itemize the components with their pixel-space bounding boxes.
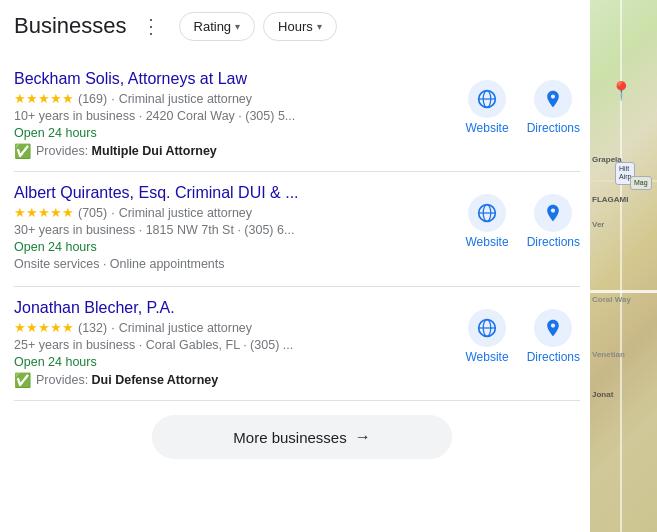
directions-button[interactable]: Directions [527, 80, 580, 135]
website-button[interactable]: Website [466, 194, 509, 249]
hours-filter-button[interactable]: Hours ▾ [263, 12, 337, 41]
business-info: Albert Quirantes, Esq. Criminal DUI & ..… [14, 184, 466, 274]
directions-icon [534, 80, 572, 118]
main-content: Businesses ⋮ Rating ▾ Hours ▾ Beckham So… [0, 0, 590, 532]
directions-label: Directions [527, 235, 580, 249]
page-title: Businesses [14, 13, 127, 39]
directions-label: Directions [527, 121, 580, 135]
map-building-marker-2: Mag [630, 176, 652, 190]
star-rating: ★★★★★ [14, 205, 74, 220]
directions-button[interactable]: Directions [527, 309, 580, 364]
checkmark-badge-icon: ✅ [14, 372, 31, 388]
business-actions: Website Directions [466, 309, 581, 364]
header: Businesses ⋮ Rating ▾ Hours ▾ [14, 10, 590, 42]
business-category: Criminal justice attorney [119, 206, 252, 220]
more-businesses-label: More businesses [233, 429, 346, 446]
map-image: Grapela FLAGAMI Ver Coral Way Venetian J… [590, 0, 657, 532]
map-label-coral-way: Coral Way [592, 295, 631, 304]
website-label: Website [466, 350, 509, 364]
badge-row: ✅ Provides: Dui Defense Attorney [14, 372, 466, 388]
business-info: Beckham Solis, Attorneys at Law ★★★★★ (1… [14, 70, 466, 159]
business-card: Jonathan Blecher, P.A. ★★★★★ (132) · Cri… [14, 287, 580, 401]
action-pair: Website Directions [466, 194, 581, 249]
business-card: Albert Quirantes, Esq. Criminal DUI & ..… [14, 172, 580, 287]
chevron-down-icon: ▾ [317, 21, 322, 32]
chevron-down-icon: ▾ [235, 21, 240, 32]
business-name[interactable]: Albert Quirantes, Esq. Criminal DUI & ..… [14, 184, 466, 202]
badge-text: Provides: Multiple Dui Attorney [36, 144, 217, 158]
review-count: (169) [78, 92, 107, 106]
business-category: Criminal justice attorney [119, 321, 252, 335]
review-count: (705) [78, 206, 107, 220]
map-label-flagami: FLAGAMI [592, 195, 628, 204]
directions-icon [534, 194, 572, 232]
website-label: Website [466, 121, 509, 135]
map-label-jonat: Jonat [592, 390, 613, 399]
badge-row: ✅ Provides: Multiple Dui Attorney [14, 143, 466, 159]
directions-icon [534, 309, 572, 347]
onsite-row: Onsite services · Online appointments [14, 257, 466, 271]
map-label-venetian: Venetian [592, 350, 625, 359]
star-rating: ★★★★★ [14, 91, 74, 106]
more-options-icon[interactable]: ⋮ [137, 10, 165, 42]
directions-button[interactable]: Directions [527, 194, 580, 249]
rating-row: ★★★★★ (705) · Criminal justice attorney [14, 205, 466, 220]
arrow-right-icon: → [355, 428, 371, 446]
website-icon [468, 309, 506, 347]
address-row: 30+ years in business · 1815 NW 7th St ·… [14, 223, 466, 237]
star-rating: ★★★★★ [14, 320, 74, 335]
business-card: Beckham Solis, Attorneys at Law ★★★★★ (1… [14, 58, 580, 172]
map-pin-icon: 📍 [610, 80, 632, 102]
action-pair: Website Directions [466, 80, 581, 135]
map-label-ver: Ver [592, 220, 604, 229]
more-businesses-button[interactable]: More businesses → [152, 415, 452, 459]
hours-row: Open 24 hours [14, 126, 466, 140]
directions-label: Directions [527, 350, 580, 364]
business-name[interactable]: Jonathan Blecher, P.A. [14, 299, 466, 317]
business-info: Jonathan Blecher, P.A. ★★★★★ (132) · Cri… [14, 299, 466, 388]
action-pair: Website Directions [466, 309, 581, 364]
hours-row: Open 24 hours [14, 240, 466, 254]
business-name[interactable]: Beckham Solis, Attorneys at Law [14, 70, 466, 88]
review-count: (132) [78, 321, 107, 335]
website-label: Website [466, 235, 509, 249]
filter-buttons: Rating ▾ Hours ▾ [179, 12, 337, 41]
rating-row: ★★★★★ (169) · Criminal justice attorney [14, 91, 466, 106]
checkmark-badge-icon: ✅ [14, 143, 31, 159]
business-category: Criminal justice attorney [119, 92, 252, 106]
map-panel: Grapela FLAGAMI Ver Coral Way Venetian J… [590, 0, 657, 532]
address-row: 10+ years in business · 2420 Coral Way ·… [14, 109, 466, 123]
rating-filter-button[interactable]: Rating ▾ [179, 12, 256, 41]
website-icon [468, 194, 506, 232]
website-button[interactable]: Website [466, 80, 509, 135]
website-button[interactable]: Website [466, 309, 509, 364]
business-actions: Website Directions [466, 80, 581, 135]
badge-text: Provides: Dui Defense Attorney [36, 373, 218, 387]
website-icon [468, 80, 506, 118]
address-row: 25+ years in business · Coral Gables, FL… [14, 338, 466, 352]
hours-row: Open 24 hours [14, 355, 466, 369]
business-actions: Website Directions [466, 194, 581, 249]
rating-row: ★★★★★ (132) · Criminal justice attorney [14, 320, 466, 335]
